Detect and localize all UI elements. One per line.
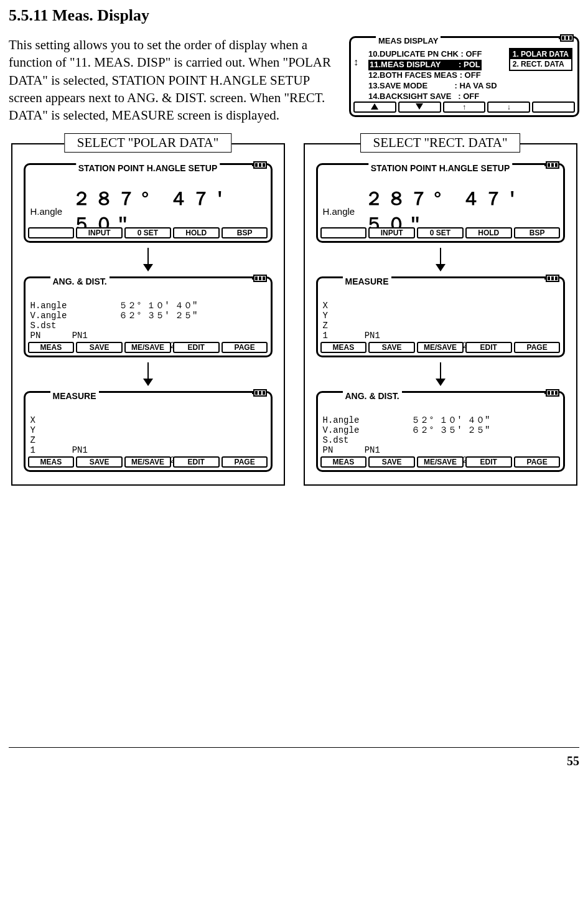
screen-title: MEAS DISPLAY: [376, 36, 441, 45]
softkey-save[interactable]: SAVE: [76, 456, 123, 468]
station-angle-screen: STATION POINT H.ANGLE SETUP H.angle ２８７°…: [24, 163, 273, 243]
menu-item: 14.BACKSIGHT SAVE : OFF: [368, 92, 572, 102]
angle-label: H.angle: [323, 206, 355, 217]
menu-item-selected: 11.MEAS DISPLAY : POL: [368, 60, 482, 70]
data-row: X: [323, 301, 328, 311]
flow-arrow-icon: [436, 248, 446, 271]
softkey-edit[interactable]: EDIT: [173, 342, 220, 353]
softkey-meas[interactable]: MEAS: [320, 456, 367, 468]
ang-dist-screen: ANG. & DIST. H.angle ５２° １０′ ４０″ V.angle…: [316, 391, 565, 472]
softkey-scroll-down[interactable]: [398, 101, 441, 113]
data-row: H.angle ５２° １０′ ４０″: [323, 415, 490, 425]
screen-title: MEASURE: [50, 391, 99, 401]
softkey-page[interactable]: PAGE: [222, 342, 268, 353]
measure-screen: MEASURE X Y Z 1 PN1 PH １．２００ｍ MEAS SAVE …: [24, 391, 273, 472]
column-label: SELECT "RECT. DATA": [360, 133, 521, 153]
data-row: V.angle ６２° ３５′ ２５″: [323, 425, 490, 435]
softkey-save[interactable]: SAVE: [368, 342, 415, 353]
softkey-arrow-up[interactable]: ↑: [443, 101, 486, 113]
softkey-meas[interactable]: MEAS: [320, 342, 367, 353]
data-row: Y: [323, 311, 328, 321]
battery-icon: [546, 275, 559, 282]
popup-option-selected: 1. POLAR DATA: [510, 49, 571, 59]
softkey-arrow-down[interactable]: ↓: [487, 101, 530, 113]
softkey-page[interactable]: PAGE: [514, 342, 561, 353]
softkey-save[interactable]: SAVE: [368, 456, 415, 468]
ang-dist-screen: ANG. & DIST. H.angle ５２° １０′ ４０″ V.angle…: [24, 276, 273, 357]
polar-data-flow: SELECT "POLAR DATA" STATION POINT H.ANGL…: [11, 143, 285, 486]
softkey-blank[interactable]: [532, 101, 575, 113]
section-heading: 5.5.11 Meas. Display: [9, 6, 579, 25]
softkey-scroll-up[interactable]: [353, 101, 396, 113]
softkey-edit[interactable]: EDIT: [173, 456, 220, 468]
data-row: 1 PN1: [30, 445, 88, 455]
softkey-0set[interactable]: 0 SET: [124, 227, 171, 238]
softkey-input[interactable]: INPUT: [76, 227, 123, 238]
data-row: Z: [30, 435, 35, 445]
intro-paragraph: This setting allows you to set the order…: [9, 36, 339, 125]
battery-icon: [560, 34, 574, 42]
data-row: Z: [323, 321, 328, 331]
softkey-hold[interactable]: HOLD: [465, 227, 512, 238]
softkey-mesave[interactable]: ME/SAVE: [124, 342, 171, 353]
softkey-save[interactable]: SAVE: [76, 342, 123, 353]
softkey-meas[interactable]: MEAS: [28, 342, 75, 353]
battery-icon: [546, 389, 559, 397]
softkey-mesave[interactable]: ME/SAVE: [124, 456, 171, 468]
data-row: X: [30, 415, 35, 425]
screen-title: ANG. & DIST.: [343, 391, 402, 401]
measure-screen: MEASURE X Y Z 1 PN1 PH １．２００ｍ MEAS SAVE …: [316, 276, 565, 357]
softkey-hold[interactable]: HOLD: [173, 227, 220, 238]
data-row: PN PN1: [323, 445, 380, 455]
battery-icon: [253, 389, 267, 397]
softkey-edit[interactable]: EDIT: [465, 342, 512, 353]
flow-arrow-icon: [143, 362, 153, 386]
popup-option: 2. RECT. DATA: [510, 59, 571, 69]
menu-item: 13.SAVE MODE : HA VA SD: [368, 81, 572, 92]
battery-icon: [253, 161, 267, 169]
column-label: SELECT "POLAR DATA": [64, 133, 231, 153]
page-number: 55: [9, 747, 579, 768]
screen-title: STATION POINT H.ANGLE SETUP: [368, 163, 513, 173]
screen-title: ANG. & DIST.: [50, 276, 110, 286]
data-row: V.angle ６２° ３５′ ２５″: [30, 311, 198, 321]
screen-title: MEASURE: [343, 276, 391, 286]
softkey-page[interactable]: PAGE: [514, 456, 561, 468]
softkey-edit[interactable]: EDIT: [465, 456, 512, 468]
data-row: S.dst: [323, 435, 349, 445]
softkey-mesave[interactable]: ME/SAVE: [417, 342, 464, 353]
station-angle-screen: STATION POINT H.ANGLE SETUP H.angle ２８７°…: [316, 163, 565, 243]
softkey-bsp[interactable]: BSP: [514, 227, 561, 238]
data-row: PN PN1: [30, 331, 88, 341]
meas-display-menu-screen: MEAS DISPLAY ↕ 10.DUPLICATE PN CHK : OFF…: [349, 36, 579, 117]
data-row: 1 PN1: [323, 331, 380, 341]
rect-data-flow: SELECT "RECT. DATA" STATION POINT H.ANGL…: [304, 143, 577, 486]
popup-menu: 1. POLAR DATA 2. RECT. DATA: [509, 48, 572, 71]
softkey-0set[interactable]: 0 SET: [417, 227, 464, 238]
screen-title: STATION POINT H.ANGLE SETUP: [76, 163, 220, 173]
flow-arrow-icon: [436, 362, 446, 386]
cursor-arrow-icon: ↕: [353, 57, 358, 68]
flow-arrow-icon: [143, 248, 153, 271]
battery-icon: [546, 161, 559, 169]
softkey-blank[interactable]: [28, 227, 75, 238]
softkey-bsp[interactable]: BSP: [222, 227, 268, 238]
softkey-mesave[interactable]: ME/SAVE: [417, 456, 464, 468]
battery-icon: [253, 275, 267, 282]
angle-label: H.angle: [30, 206, 63, 217]
data-row: H.angle ５２° １０′ ４０″: [30, 301, 198, 311]
softkey-page[interactable]: PAGE: [222, 456, 268, 468]
data-row: Y: [30, 425, 35, 435]
softkey-blank[interactable]: [320, 227, 367, 238]
menu-item: 12.BOTH FACES MEAS : OFF: [368, 70, 572, 81]
data-row: S.dst: [30, 321, 57, 331]
softkey-input[interactable]: INPUT: [368, 227, 415, 238]
softkey-meas[interactable]: MEAS: [28, 456, 75, 468]
